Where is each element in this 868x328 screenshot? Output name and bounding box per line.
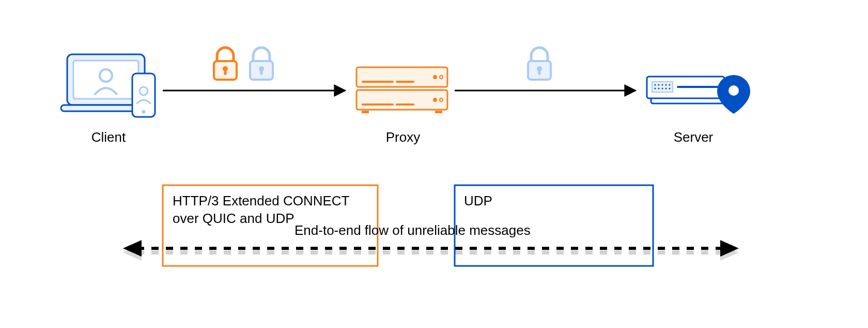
svg-point-26 bbox=[669, 84, 670, 85]
svg-point-6 bbox=[142, 110, 146, 114]
flow-caption: End-to-end flow of unreliable messages bbox=[295, 222, 531, 238]
svg-rect-36 bbox=[224, 70, 227, 75]
proxy-icon bbox=[357, 67, 447, 113]
svg-rect-42 bbox=[538, 70, 541, 75]
svg-rect-39 bbox=[260, 70, 263, 75]
proxy-label: Proxy bbox=[372, 129, 434, 145]
svg-rect-21 bbox=[652, 82, 673, 92]
lock-icon-orange bbox=[214, 48, 237, 80]
svg-point-10 bbox=[433, 75, 437, 79]
svg-rect-18 bbox=[435, 111, 442, 113]
svg-rect-1 bbox=[73, 61, 138, 99]
svg-point-27 bbox=[654, 87, 656, 89]
svg-point-22 bbox=[654, 84, 656, 85]
svg-point-24 bbox=[661, 84, 663, 85]
flow-arrow bbox=[123, 240, 739, 261]
client-icon bbox=[61, 54, 155, 117]
svg-point-25 bbox=[665, 84, 667, 85]
svg-point-29 bbox=[661, 87, 663, 89]
svg-point-23 bbox=[658, 84, 659, 85]
svg-rect-17 bbox=[362, 111, 369, 113]
server-label: Server bbox=[662, 129, 724, 145]
svg-point-30 bbox=[665, 87, 667, 89]
client-label: Client bbox=[78, 129, 140, 145]
diagram-svg bbox=[0, 0, 868, 328]
protocol-right-label: UDP bbox=[464, 192, 567, 210]
server-icon bbox=[647, 75, 750, 114]
svg-point-33 bbox=[729, 85, 739, 96]
lock-icon-blue-2 bbox=[528, 48, 551, 80]
lock-icon-blue-1 bbox=[250, 48, 273, 80]
diagram-canvas: Client Proxy Server HTTP/3 Extended CONN… bbox=[0, 0, 868, 328]
svg-point-15 bbox=[433, 98, 437, 102]
svg-point-31 bbox=[669, 87, 670, 89]
svg-point-28 bbox=[658, 87, 659, 89]
